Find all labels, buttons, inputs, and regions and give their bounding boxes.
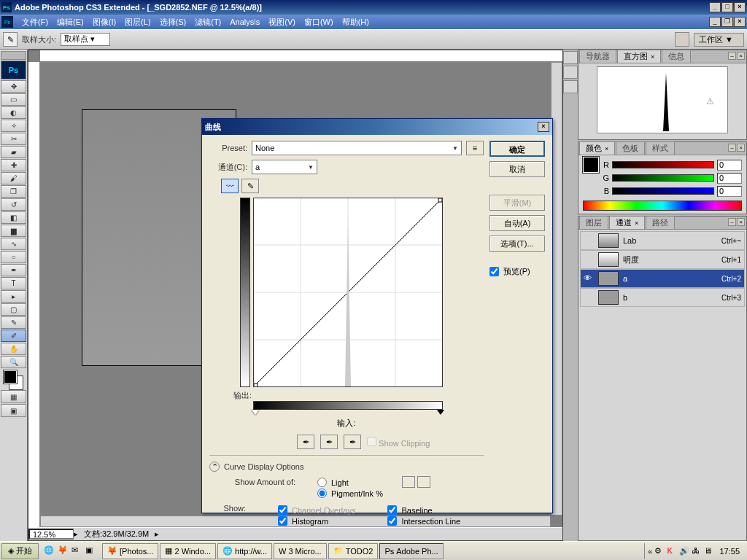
eraser-tool[interactable]: ◧ — [1, 211, 26, 224]
screenmode-button[interactable]: ▣ — [1, 404, 26, 417]
task-ie[interactable]: 🌐http://w... — [217, 543, 272, 559]
g-slider[interactable] — [612, 174, 714, 182]
maximize-button[interactable]: □ — [721, 2, 733, 12]
menu-view[interactable]: 视图(V) — [264, 15, 300, 29]
cancel-button[interactable]: 取消 — [489, 161, 545, 177]
visibility-toggle[interactable] — [584, 292, 594, 303]
grid-simple-button[interactable] — [402, 476, 415, 488]
ruler-vertical[interactable] — [28, 62, 40, 540]
visibility-toggle[interactable] — [584, 254, 594, 265]
menu-analysis[interactable]: Analysis — [225, 16, 264, 28]
menu-file[interactable]: 文件(F) — [18, 15, 53, 29]
g-field[interactable] — [717, 173, 742, 184]
gradient-tool[interactable]: ▆ — [1, 225, 26, 237]
dialog-titlebar[interactable]: 曲线 × — [202, 119, 552, 135]
curve-grid[interactable] — [253, 198, 443, 387]
zoom-field[interactable] — [28, 529, 74, 540]
toolbox-grip[interactable] — [1, 51, 26, 60]
collapse-icon[interactable]: ⌃ — [209, 462, 220, 472]
pigment-radio[interactable] — [317, 489, 327, 498]
black-point-slider[interactable] — [252, 410, 259, 415]
brush-tool[interactable]: 🖌 — [1, 172, 26, 184]
tab-histogram[interactable]: 直方图× — [617, 50, 661, 63]
tab-navigator[interactable]: 导航器 — [579, 50, 616, 63]
hand-tool[interactable]: ✋ — [1, 343, 26, 355]
start-button[interactable]: ◈开始 — [1, 543, 39, 559]
ql-desktop-icon[interactable]: ▣ — [85, 545, 98, 558]
task-photoshop[interactable]: PsAdobe Ph... — [379, 543, 443, 559]
panel-min-icon[interactable]: – — [728, 144, 736, 152]
task-word[interactable]: W3 Micro... — [274, 543, 327, 559]
notes-tool[interactable]: ✎ — [1, 316, 26, 329]
dodge-tool[interactable]: ○ — [1, 251, 26, 263]
ql-firefox-icon[interactable]: 🦊 — [57, 545, 70, 558]
task-photos[interactable]: 🦊[Photos... — [102, 543, 158, 559]
ql-mail-icon[interactable]: ✉ — [71, 545, 84, 558]
tray-icon[interactable]: ⚙ — [654, 546, 665, 556]
visibility-toggle[interactable]: 👁 — [584, 273, 594, 284]
ok-button[interactable]: 确定 — [489, 141, 545, 157]
grid-detail-button[interactable] — [417, 476, 430, 488]
doc-minimize-button[interactable]: _ — [709, 17, 721, 27]
eyedropper-tool[interactable]: ✐ — [1, 330, 26, 342]
panel-min-icon[interactable]: – — [728, 218, 736, 226]
spectrum-bar[interactable] — [583, 201, 742, 211]
zoom-tool[interactable]: 🔍 — [1, 356, 26, 368]
r-field[interactable] — [717, 160, 742, 171]
path-select-tool[interactable]: ▸ — [1, 290, 26, 303]
color-swatch[interactable] — [583, 157, 599, 173]
tab-swatches[interactable]: 色板 — [616, 141, 645, 155]
black-eyedropper[interactable]: ✒ — [297, 435, 314, 449]
history-brush-tool[interactable]: ↺ — [1, 198, 26, 211]
white-eyedropper[interactable]: ✒ — [344, 435, 361, 449]
channel-select[interactable]: a▼ — [252, 160, 317, 174]
tray-expand-icon[interactable]: « — [648, 547, 652, 556]
panel-close-icon[interactable]: × — [737, 52, 745, 60]
options-button[interactable]: 选项(T)... — [489, 236, 545, 252]
smooth-button[interactable]: 平滑(M) — [489, 195, 545, 211]
sample-size-select[interactable]: 取样点 ▾ — [61, 33, 110, 46]
tray-volume-icon[interactable]: 🔊 — [679, 546, 689, 556]
stamp-tool[interactable]: ❐ — [1, 185, 26, 198]
fg-color-swatch[interactable] — [4, 370, 17, 384]
tray-icon[interactable]: 🖥 — [704, 546, 714, 556]
tab-color[interactable]: 颜色× — [579, 141, 615, 155]
menu-filter[interactable]: 滤镜(T) — [190, 15, 225, 29]
dialog-close-button[interactable]: × — [538, 122, 549, 132]
tab-channels[interactable]: 通道× — [609, 216, 645, 229]
preset-select[interactable]: None▼ — [252, 141, 462, 155]
type-tool[interactable]: T — [1, 277, 26, 289]
status-menu-arrow[interactable]: ▸ — [155, 529, 159, 539]
clock[interactable]: 17:55 — [716, 547, 743, 556]
auto-button[interactable]: 自动(A) — [489, 215, 545, 231]
ql-ie-icon[interactable]: 🌐 — [43, 545, 56, 558]
current-tool-icon[interactable]: ✎ — [3, 32, 18, 47]
crop-tool[interactable]: ✂ — [1, 133, 26, 145]
marquee-tool[interactable]: ▭ — [1, 93, 26, 106]
workspace-select[interactable]: 工作区 ▼ — [694, 33, 744, 47]
tray-icon[interactable]: K — [667, 546, 677, 556]
light-radio[interactable] — [317, 478, 327, 487]
channel-row-lightness[interactable]: 明度 Ctrl+1 — [580, 250, 745, 269]
menu-select[interactable]: 选择(S) — [155, 15, 191, 29]
dock-expand-icon[interactable] — [563, 51, 578, 64]
bridge-button[interactable] — [675, 32, 689, 47]
tray-network-icon[interactable]: 🖧 — [692, 546, 702, 556]
shape-tool[interactable]: ▢ — [1, 303, 26, 316]
panel-close-icon[interactable]: × — [737, 144, 745, 152]
task-folder[interactable]: 📁TODO2 — [328, 543, 379, 559]
channel-overlays-check[interactable] — [278, 505, 287, 515]
histogram-check[interactable] — [278, 516, 287, 526]
channel-row-b[interactable]: b Ctrl+3 — [580, 288, 745, 307]
quickmask-button[interactable]: ▦ — [1, 390, 26, 403]
task-windows[interactable]: ▦2 Windo... — [160, 543, 216, 559]
gray-eyedropper[interactable]: ✒ — [320, 435, 338, 449]
lasso-tool[interactable]: ◐ — [1, 106, 26, 119]
color-swatches[interactable] — [1, 370, 26, 389]
panel-min-icon[interactable]: – — [728, 52, 736, 60]
channel-row-a[interactable]: 👁 a Ctrl+2 — [580, 269, 745, 288]
pen-tool[interactable]: ✒ — [1, 264, 26, 276]
tab-styles[interactable]: 样式 — [646, 141, 675, 155]
menu-edit[interactable]: 编辑(E) — [53, 15, 88, 29]
white-point-slider[interactable] — [437, 410, 444, 415]
